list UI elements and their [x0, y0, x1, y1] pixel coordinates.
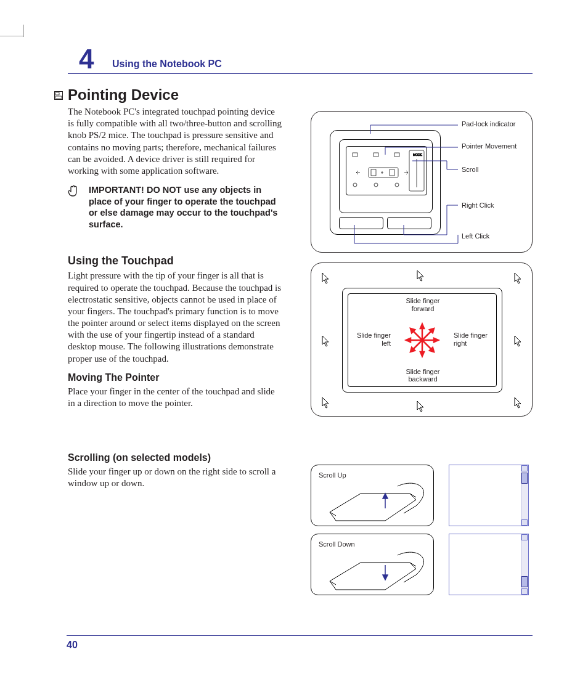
scrollbar-demo-down: [449, 534, 529, 595]
section-title-moving-pointer: Moving The Pointer: [68, 372, 282, 383]
label-slide-backward: Slide finger backward: [401, 368, 444, 383]
hand-stop-icon: [67, 184, 81, 199]
figure-scroll-up-row: Scroll Up: [311, 465, 533, 526]
label-pointer-movement: Pointer Movement: [462, 142, 517, 150]
crop-mark-horizontal: [0, 36, 23, 36]
label-slide-left: Slide finger left: [348, 332, 391, 347]
figure-scroll-down: Scroll Down: [311, 534, 434, 595]
direction-arrows-icon: [404, 322, 441, 359]
svg-marker-19: [420, 324, 424, 328]
important-note: IMPORTANT! DO NOT use any objects in pla…: [68, 184, 282, 230]
section-body-moving-pointer: Place your finger in the center of the t…: [68, 386, 282, 409]
chapter-title: Using the Notebook PC: [112, 59, 222, 70]
label-scroll-up: Scroll Up: [319, 471, 346, 479]
svg-marker-21: [406, 338, 410, 342]
section-body-scrolling: Slide your finger up or down on the righ…: [68, 466, 282, 489]
scrollbar-demo-up: [449, 465, 529, 526]
svg-marker-20: [420, 352, 424, 356]
scroll-up-illustration: [324, 481, 428, 524]
section-title-scrolling: Scrolling (on selected models): [68, 452, 282, 463]
figure-touchpad-callouts: MODE: [311, 111, 533, 253]
svg-rect-2: [55, 96, 62, 99]
svg-rect-1: [55, 92, 59, 95]
important-note-text: IMPORTANT! DO NOT use any objects in pla…: [89, 184, 282, 230]
page-number: 40: [67, 640, 78, 651]
section-title-using-touchpad: Using the Touchpad: [68, 254, 282, 267]
chapter-header: 4 Using the Notebook PC: [68, 44, 533, 74]
chapter-number: 4: [79, 44, 94, 75]
scroll-down-illustration: [324, 550, 428, 593]
label-right-click: Right Click: [462, 201, 494, 210]
label-slide-right: Slide finger right: [454, 332, 497, 347]
label-padlock: Pad-lock indicator: [462, 120, 515, 128]
svg-rect-0: [55, 92, 63, 100]
label-left-click: Left Click: [462, 232, 489, 240]
label-scroll: Scroll: [462, 166, 479, 174]
section-body-using-touchpad: Light pressure with the tip of your fing…: [68, 270, 282, 365]
crop-mark-vertical: [23, 25, 24, 37]
section-title-pointing-device: Pointing Device: [68, 86, 282, 104]
footer-rule: [67, 635, 533, 636]
label-slide-forward: Slide finger forward: [401, 297, 444, 312]
figure-scroll-up: Scroll Up: [311, 465, 434, 526]
label-scroll-down: Scroll Down: [319, 540, 355, 548]
svg-marker-30: [383, 575, 388, 580]
svg-marker-28: [383, 494, 388, 499]
svg-marker-22: [434, 338, 438, 342]
figure-scroll-down-row: Scroll Down: [311, 534, 533, 595]
pointing-device-icon: [54, 91, 63, 100]
section-body-pointing-device: The Notebook PC's integrated touchpad po…: [68, 106, 282, 177]
figure-slide-directions: Slide finger forward Slide finger left S…: [311, 262, 533, 417]
callout-lines: [311, 112, 532, 252]
